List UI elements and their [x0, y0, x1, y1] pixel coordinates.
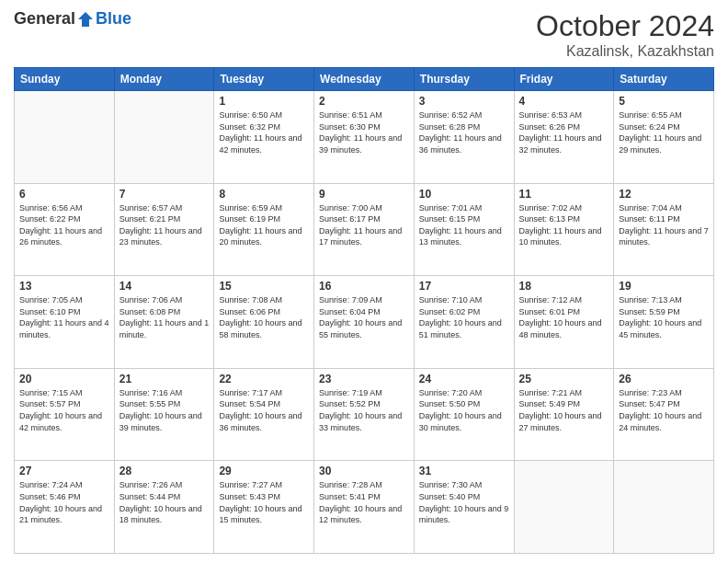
- day-number: 27: [19, 465, 109, 477]
- calendar-cell: 19 Sunrise: 7:13 AM Sunset: 5:59 PM Dayl…: [614, 276, 714, 369]
- day-info: Sunrise: 7:02 AM Sunset: 6:13 PM Dayligh…: [519, 202, 609, 248]
- calendar-cell: 30 Sunrise: 7:28 AM Sunset: 5:41 PM Dayl…: [314, 461, 415, 554]
- day-info: Sunrise: 7:09 AM Sunset: 6:04 PM Dayligh…: [319, 294, 409, 340]
- calendar-cell: 5 Sunrise: 6:55 AM Sunset: 6:24 PM Dayli…: [614, 91, 714, 184]
- day-number: 18: [519, 280, 609, 293]
- day-info: Sunrise: 7:21 AM Sunset: 5:49 PM Dayligh…: [519, 387, 609, 433]
- logo: General Blue: [14, 9, 131, 29]
- day-info: Sunrise: 6:51 AM Sunset: 6:30 PM Dayligh…: [319, 109, 409, 155]
- day-number: 30: [319, 465, 409, 477]
- calendar-cell: 27 Sunrise: 7:24 AM Sunset: 5:46 PM Dayl…: [15, 461, 115, 554]
- col-header-wednesday: Wednesday: [314, 68, 415, 91]
- day-number: 10: [419, 188, 509, 201]
- calendar-cell: 7 Sunrise: 6:57 AM Sunset: 6:21 PM Dayli…: [114, 183, 214, 276]
- day-number: 6: [19, 188, 109, 201]
- calendar-cell: 11 Sunrise: 7:02 AM Sunset: 6:13 PM Dayl…: [514, 183, 614, 276]
- page: General Blue October 2024 Kazalinsk, Kaz…: [0, 0, 728, 563]
- day-number: 3: [419, 95, 509, 108]
- day-number: 11: [519, 188, 609, 201]
- calendar-cell: 10 Sunrise: 7:01 AM Sunset: 6:15 PM Dayl…: [414, 183, 514, 276]
- week-row-2: 6 Sunrise: 6:56 AM Sunset: 6:22 PM Dayli…: [15, 183, 714, 276]
- calendar-cell: 29 Sunrise: 7:27 AM Sunset: 5:43 PM Dayl…: [214, 461, 314, 554]
- col-header-saturday: Saturday: [614, 68, 714, 91]
- day-number: 22: [219, 373, 309, 385]
- calendar-cell: [15, 91, 115, 184]
- logo-general: General: [14, 9, 75, 29]
- calendar-cell: 12 Sunrise: 7:04 AM Sunset: 6:11 PM Dayl…: [614, 183, 714, 276]
- calendar-cell: 22 Sunrise: 7:17 AM Sunset: 5:54 PM Dayl…: [214, 368, 314, 461]
- day-number: 4: [519, 95, 609, 108]
- logo-text: General Blue: [14, 9, 131, 29]
- location-title: Kazalinsk, Kazakhstan: [536, 43, 714, 60]
- day-info: Sunrise: 7:01 AM Sunset: 6:15 PM Dayligh…: [419, 202, 509, 248]
- logo-icon: [76, 10, 95, 29]
- day-number: 25: [519, 373, 609, 385]
- day-number: 21: [119, 373, 210, 385]
- day-number: 12: [619, 188, 709, 201]
- calendar-cell: [614, 461, 714, 554]
- day-number: 31: [419, 465, 509, 477]
- day-info: Sunrise: 7:10 AM Sunset: 6:02 PM Dayligh…: [419, 294, 509, 340]
- day-number: 9: [319, 188, 409, 201]
- day-number: 20: [19, 373, 109, 385]
- week-row-5: 27 Sunrise: 7:24 AM Sunset: 5:46 PM Dayl…: [15, 461, 714, 554]
- calendar-cell: 23 Sunrise: 7:19 AM Sunset: 5:52 PM Dayl…: [314, 368, 415, 461]
- day-number: 2: [319, 95, 409, 108]
- calendar-cell: 3 Sunrise: 6:52 AM Sunset: 6:28 PM Dayli…: [414, 91, 514, 184]
- col-header-monday: Monday: [114, 68, 214, 91]
- day-number: 17: [419, 280, 509, 293]
- calendar-cell: 20 Sunrise: 7:15 AM Sunset: 5:57 PM Dayl…: [15, 368, 115, 461]
- day-info: Sunrise: 7:08 AM Sunset: 6:06 PM Dayligh…: [219, 294, 309, 340]
- calendar-cell: 17 Sunrise: 7:10 AM Sunset: 6:02 PM Dayl…: [414, 276, 514, 369]
- day-info: Sunrise: 7:17 AM Sunset: 5:54 PM Dayligh…: [219, 387, 309, 433]
- day-info: Sunrise: 7:28 AM Sunset: 5:41 PM Dayligh…: [319, 479, 409, 525]
- calendar-cell: 18 Sunrise: 7:12 AM Sunset: 6:01 PM Dayl…: [514, 276, 614, 369]
- day-number: 7: [119, 188, 210, 201]
- calendar-cell: 16 Sunrise: 7:09 AM Sunset: 6:04 PM Dayl…: [314, 276, 415, 369]
- calendar-cell: 15 Sunrise: 7:08 AM Sunset: 6:06 PM Dayl…: [214, 276, 314, 369]
- day-info: Sunrise: 7:30 AM Sunset: 5:40 PM Dayligh…: [419, 479, 509, 525]
- day-number: 24: [419, 373, 509, 385]
- day-info: Sunrise: 6:52 AM Sunset: 6:28 PM Dayligh…: [419, 109, 509, 155]
- day-number: 19: [619, 280, 709, 293]
- day-info: Sunrise: 7:05 AM Sunset: 6:10 PM Dayligh…: [19, 294, 109, 340]
- calendar-cell: 28 Sunrise: 7:26 AM Sunset: 5:44 PM Dayl…: [114, 461, 214, 554]
- day-info: Sunrise: 7:13 AM Sunset: 5:59 PM Dayligh…: [619, 294, 709, 340]
- month-title: October 2024: [536, 9, 714, 43]
- calendar-cell: 9 Sunrise: 7:00 AM Sunset: 6:17 PM Dayli…: [314, 183, 415, 276]
- calendar-cell: 24 Sunrise: 7:20 AM Sunset: 5:50 PM Dayl…: [414, 368, 514, 461]
- calendar-cell: 1 Sunrise: 6:50 AM Sunset: 6:32 PM Dayli…: [214, 91, 314, 184]
- day-number: 29: [219, 465, 309, 477]
- day-info: Sunrise: 7:19 AM Sunset: 5:52 PM Dayligh…: [319, 387, 409, 433]
- day-info: Sunrise: 6:57 AM Sunset: 6:21 PM Dayligh…: [119, 202, 210, 248]
- day-info: Sunrise: 7:23 AM Sunset: 5:47 PM Dayligh…: [619, 387, 709, 433]
- day-info: Sunrise: 7:15 AM Sunset: 5:57 PM Dayligh…: [19, 387, 109, 433]
- day-info: Sunrise: 6:59 AM Sunset: 6:19 PM Dayligh…: [219, 202, 309, 248]
- week-row-1: 1 Sunrise: 6:50 AM Sunset: 6:32 PM Dayli…: [15, 91, 714, 184]
- day-info: Sunrise: 7:00 AM Sunset: 6:17 PM Dayligh…: [319, 202, 409, 248]
- calendar-cell: 31 Sunrise: 7:30 AM Sunset: 5:40 PM Dayl…: [414, 461, 514, 554]
- day-number: 23: [319, 373, 409, 385]
- calendar-cell: 26 Sunrise: 7:23 AM Sunset: 5:47 PM Dayl…: [614, 368, 714, 461]
- calendar-table: SundayMondayTuesdayWednesdayThursdayFrid…: [14, 67, 714, 554]
- calendar-cell: 21 Sunrise: 7:16 AM Sunset: 5:55 PM Dayl…: [114, 368, 214, 461]
- day-info: Sunrise: 7:16 AM Sunset: 5:55 PM Dayligh…: [119, 387, 210, 433]
- day-info: Sunrise: 7:26 AM Sunset: 5:44 PM Dayligh…: [119, 479, 210, 525]
- col-header-friday: Friday: [514, 68, 614, 91]
- col-header-thursday: Thursday: [414, 68, 514, 91]
- calendar-cell: 2 Sunrise: 6:51 AM Sunset: 6:30 PM Dayli…: [314, 91, 415, 184]
- day-info: Sunrise: 6:55 AM Sunset: 6:24 PM Dayligh…: [619, 109, 709, 155]
- logo-blue: Blue: [96, 9, 131, 29]
- day-info: Sunrise: 7:06 AM Sunset: 6:08 PM Dayligh…: [119, 294, 210, 340]
- calendar-cell: [114, 91, 214, 184]
- day-info: Sunrise: 6:53 AM Sunset: 6:26 PM Dayligh…: [519, 109, 609, 155]
- day-info: Sunrise: 7:24 AM Sunset: 5:46 PM Dayligh…: [19, 479, 109, 525]
- col-header-sunday: Sunday: [15, 68, 115, 91]
- day-number: 16: [319, 280, 409, 293]
- day-number: 1: [219, 95, 309, 108]
- day-number: 8: [219, 188, 309, 201]
- day-number: 14: [119, 280, 210, 293]
- calendar-cell: 14 Sunrise: 7:06 AM Sunset: 6:08 PM Dayl…: [114, 276, 214, 369]
- svg-marker-0: [78, 12, 93, 27]
- day-info: Sunrise: 6:56 AM Sunset: 6:22 PM Dayligh…: [19, 202, 109, 248]
